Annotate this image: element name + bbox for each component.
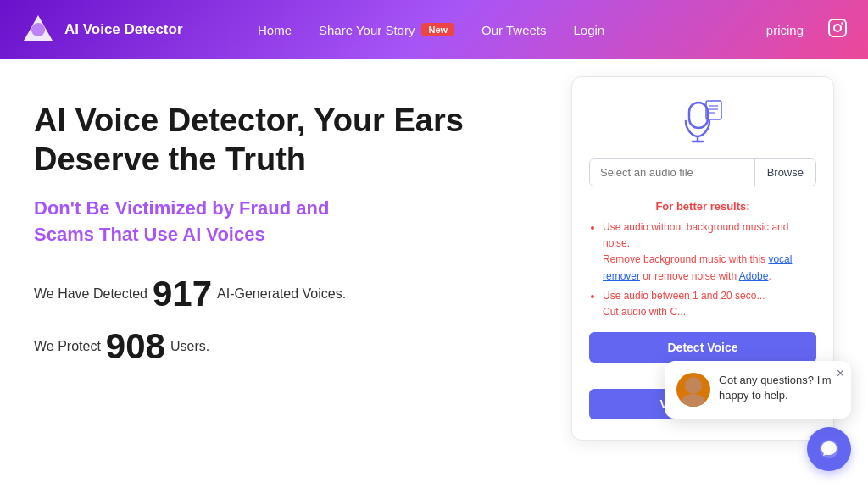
browse-button[interactable]: Browse bbox=[754, 159, 815, 186]
nav-right: pricing bbox=[766, 18, 848, 42]
nav-share-story[interactable]: Share Your Story New bbox=[319, 23, 454, 37]
tip-1: Use audio without background music and n… bbox=[603, 219, 816, 285]
tip-2: Use audio between 1 and 20 seco... Cut a… bbox=[603, 288, 816, 320]
nav-login[interactable]: Login bbox=[573, 23, 604, 37]
svg-point-12 bbox=[685, 377, 702, 394]
svg-point-1 bbox=[31, 23, 45, 36]
svg-rect-2 bbox=[829, 19, 846, 36]
logo-area: AI Voice Detector bbox=[20, 12, 190, 47]
detect-voice-button[interactable]: Detect Voice bbox=[589, 332, 816, 363]
svg-point-3 bbox=[834, 25, 841, 31]
header: AI Voice Detector Home Share Your Story … bbox=[0, 0, 868, 59]
logo-icon bbox=[20, 12, 56, 47]
new-badge: New bbox=[421, 23, 454, 36]
stat-protect: We Protect 908 Users. bbox=[34, 326, 537, 367]
chat-popup-text: Got any questions? I'm happy to help. bbox=[719, 373, 839, 403]
nav-instagram[interactable] bbox=[827, 18, 848, 42]
adobe-link[interactable]: Adobe bbox=[739, 270, 769, 282]
tips-list: Use audio without background music and n… bbox=[589, 219, 816, 320]
main-nav: Home Share Your Story New Our Tweets Log… bbox=[258, 23, 604, 37]
chat-fab-icon bbox=[818, 438, 840, 460]
chat-avatar bbox=[676, 373, 710, 407]
nav-pricing[interactable]: pricing bbox=[766, 23, 804, 37]
avatar-image bbox=[676, 373, 710, 407]
left-content: AI Voice Detector, Your Ears Deserve the… bbox=[34, 76, 537, 379]
hero-subtitle: Don't Be Victimized by Fraud and Scams T… bbox=[34, 196, 537, 248]
file-select-field[interactable] bbox=[590, 159, 754, 186]
svg-point-13 bbox=[682, 394, 705, 407]
results-tips: For better results: Use audio without ba… bbox=[589, 200, 816, 320]
file-input-row[interactable]: Browse bbox=[589, 158, 816, 186]
svg-rect-5 bbox=[689, 103, 708, 128]
svg-point-4 bbox=[841, 22, 843, 24]
nav-home[interactable]: Home bbox=[258, 23, 292, 37]
chat-popup: Got any questions? I'm happy to help. × bbox=[665, 361, 851, 419]
chat-close-button[interactable]: × bbox=[837, 366, 844, 381]
chat-widget: Got any questions? I'm happy to help. × bbox=[665, 361, 851, 471]
mic-icon bbox=[679, 97, 726, 145]
logo-text: AI Voice Detector bbox=[64, 21, 183, 38]
results-title: For better results: bbox=[589, 200, 816, 213]
instagram-icon bbox=[827, 18, 848, 38]
stat-detected: We Have Detected 917 AI-Generated Voices… bbox=[34, 274, 537, 314]
chat-fab-button[interactable] bbox=[807, 427, 851, 471]
nav-our-tweets[interactable]: Our Tweets bbox=[481, 23, 546, 37]
mic-icon-wrapper bbox=[589, 97, 816, 145]
hero-title: AI Voice Detector, Your Ears Deserve the… bbox=[34, 102, 537, 179]
